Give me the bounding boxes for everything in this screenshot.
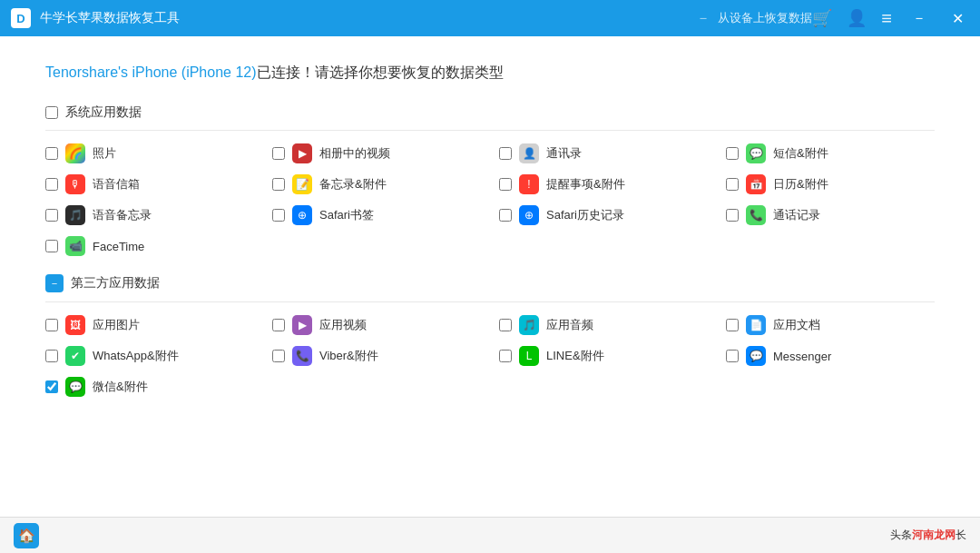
label-reminders: 提醒事项&附件 — [546, 176, 625, 193]
list-item: ▶相册中的视频 — [272, 143, 481, 163]
titlebar: D 牛学长苹果数据恢复工具 － 从设备上恢复数据 🛒 👤 ≡ － ✕ — [0, 0, 980, 36]
app-subtitle: 从设备上恢复数据 — [718, 10, 812, 26]
icon-notes: 📝 — [292, 174, 312, 194]
list-item: 👤通讯录 — [499, 143, 708, 163]
label-app-docs: 应用文档 — [773, 317, 820, 333]
header-message: 已连接！请选择你想要恢复的数据类型 — [257, 64, 504, 80]
cart-icon[interactable]: 🛒 — [812, 8, 832, 28]
checkbox-photos[interactable] — [45, 147, 58, 160]
list-item: 📝备忘录&附件 — [272, 174, 481, 194]
label-messenger: Messenger — [773, 350, 831, 363]
label-viber: Viber&附件 — [319, 348, 378, 364]
checkbox-app-photos[interactable] — [45, 319, 58, 331]
checkbox-contacts[interactable] — [499, 147, 512, 160]
checkbox-app-docs[interactable] — [726, 319, 739, 331]
checkbox-line[interactable] — [499, 350, 512, 362]
list-item: 📄应用文档 — [726, 315, 935, 335]
label-voice-note: 语音备忘录 — [93, 207, 152, 223]
icon-app-videos: ▶ — [292, 315, 312, 335]
list-item: ✔WhatsApp&附件 — [45, 346, 254, 366]
icon-wechat: 💬 — [65, 377, 85, 397]
label-safari-hist: Safari历史记录 — [546, 207, 624, 223]
icon-messenger: 💬 — [746, 346, 766, 366]
list-item: 🎵语音备忘录 — [45, 205, 254, 225]
minimize-button[interactable]: － — [906, 7, 932, 30]
label-voice-memo: 语音信箱 — [93, 176, 140, 193]
window-controls: 🛒 👤 ≡ － ✕ — [812, 7, 969, 30]
label-call-log: 通话记录 — [773, 207, 820, 223]
list-item: 💬微信&附件 — [45, 377, 254, 397]
icon-facetime: 📹 — [65, 236, 85, 256]
menu-icon[interactable]: ≡ — [881, 8, 892, 29]
icon-app-docs: 📄 — [746, 315, 766, 335]
checkbox-messages[interactable] — [726, 147, 739, 160]
list-item: 📅日历&附件 — [726, 174, 935, 194]
icon-voice-note: 🎵 — [65, 205, 85, 225]
checkbox-notes[interactable] — [272, 178, 285, 191]
close-button[interactable]: ✕ — [946, 8, 969, 29]
list-item: 💬Messenger — [726, 346, 935, 366]
label-contacts: 通讯录 — [546, 145, 582, 162]
label-whatsapp: WhatsApp&附件 — [93, 348, 179, 364]
icon-reminders: ! — [519, 174, 539, 194]
third-party-items-grid: 🖼应用图片▶应用视频🎵应用音频📄应用文档✔WhatsApp&附件📞Viber&附… — [45, 315, 935, 397]
label-messages: 短信&附件 — [773, 145, 828, 162]
list-item: ▶应用视频 — [272, 315, 481, 335]
third-party-section: － 第三方应用数据 🖼应用图片▶应用视频🎵应用音频📄应用文档✔WhatsApp&… — [45, 274, 935, 397]
checkbox-app-videos[interactable] — [272, 319, 285, 331]
list-item: 📞通话记录 — [726, 205, 935, 225]
list-item: ⊕Safari书签 — [272, 205, 481, 225]
list-item: LLINE&附件 — [499, 346, 708, 366]
label-line: LINE&附件 — [546, 348, 604, 364]
icon-viber: 📞 — [292, 346, 312, 366]
list-item: 🌈照片 — [45, 143, 254, 163]
checkbox-wechat[interactable] — [45, 380, 58, 393]
system-section: 系统应用数据 🌈照片▶相册中的视频👤通讯录💬短信&附件🎙语音信箱📝备忘录&附件!… — [45, 104, 935, 256]
user-icon[interactable]: 👤 — [847, 8, 867, 28]
checkbox-safari-bm[interactable] — [272, 209, 285, 222]
list-item: 📞Viber&附件 — [272, 346, 481, 366]
app-logo: D — [11, 8, 31, 28]
label-app-photos: 应用图片 — [93, 317, 140, 333]
checkbox-voice-memo[interactable] — [45, 178, 58, 191]
icon-photos: 🌈 — [65, 143, 85, 163]
checkbox-facetime[interactable] — [45, 240, 58, 252]
device-name: Tenorshare's iPhone (iPhone 12) — [45, 64, 257, 80]
label-wechat: 微信&附件 — [93, 379, 148, 395]
list-item: 💬短信&附件 — [726, 143, 935, 163]
checkbox-voice-note[interactable] — [45, 209, 58, 222]
third-party-section-icon: － — [45, 274, 64, 292]
checkbox-album-videos[interactable] — [272, 147, 285, 160]
list-item: 🖼应用图片 — [45, 315, 254, 335]
system-section-header: 系统应用数据 — [45, 104, 935, 131]
icon-call-log: 📞 — [746, 205, 766, 225]
system-section-checkbox[interactable] — [45, 106, 58, 119]
checkbox-app-audio[interactable] — [499, 319, 512, 331]
checkbox-viber[interactable] — [272, 350, 285, 362]
label-safari-bm: Safari书签 — [319, 207, 374, 223]
list-item: !提醒事项&附件 — [499, 174, 708, 194]
system-items-grid: 🌈照片▶相册中的视频👤通讯录💬短信&附件🎙语音信箱📝备忘录&附件!提醒事项&附件… — [45, 143, 935, 256]
checkbox-call-log[interactable] — [726, 209, 739, 222]
checkbox-calendar[interactable] — [726, 178, 739, 191]
icon-safari-bm: ⊕ — [292, 205, 312, 225]
label-album-videos: 相册中的视频 — [319, 145, 390, 162]
list-item: 📹FaceTime — [45, 236, 254, 256]
checkbox-safari-hist[interactable] — [499, 209, 512, 222]
label-notes: 备忘录&附件 — [319, 176, 387, 193]
checkbox-whatsapp[interactable] — [45, 350, 58, 362]
checkbox-reminders[interactable] — [499, 178, 512, 191]
label-app-audio: 应用音频 — [546, 317, 593, 333]
label-photos: 照片 — [93, 145, 116, 162]
system-section-title: 系统应用数据 — [65, 104, 142, 121]
icon-calendar: 📅 — [746, 174, 766, 194]
main-content: Tenorshare's iPhone (iPhone 12)已连接！请选择你想… — [0, 36, 980, 517]
icon-contacts: 👤 — [519, 143, 539, 163]
list-item: 🎙语音信箱 — [45, 174, 254, 194]
label-facetime: FaceTime — [93, 240, 144, 253]
third-party-section-title: 第三方应用数据 — [71, 275, 160, 291]
watermark: 头条河南龙网长 — [890, 528, 966, 543]
home-button[interactable]: 🏠 — [14, 523, 39, 548]
watermark-highlight: 河南龙网 — [912, 528, 956, 541]
checkbox-messenger[interactable] — [726, 350, 739, 362]
